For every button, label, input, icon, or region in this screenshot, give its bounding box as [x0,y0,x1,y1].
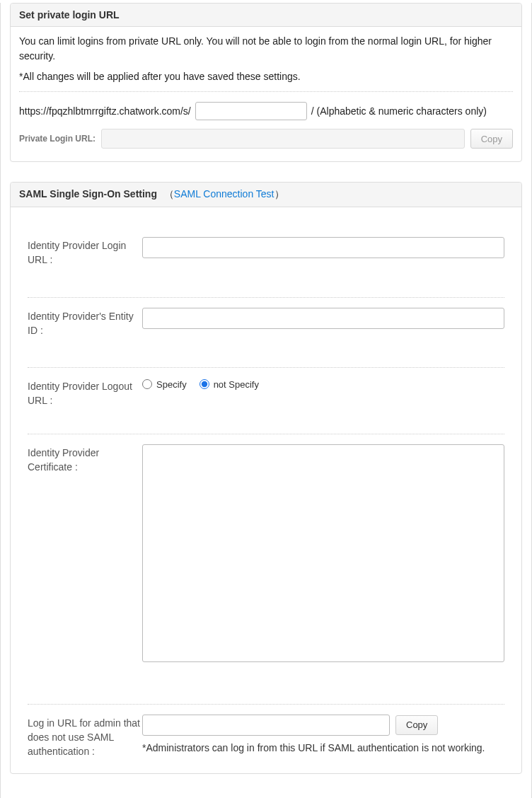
admin-login-url-input[interactable] [142,715,390,736]
url-prefix-text: https://fpqzhlbtmrrgiftz.chatwork.com/s/ [19,104,191,119]
copy-admin-url-button[interactable]: Copy [395,715,438,735]
admin-login-url-label: Log in URL for admin that does not use S… [28,715,142,759]
saml-connection-test-link[interactable]: SAML Connection Test [174,188,274,200]
not-specify-radio-label[interactable]: not Specify [200,379,259,390]
copy-private-url-button[interactable]: Copy [470,129,513,149]
saml-panel: SAML Single Sign-On Setting （SAML Connec… [10,182,522,774]
specify-radio-label[interactable]: Specify [142,379,187,390]
url-suffix-text: / (Alphabetic & numeric characters only) [311,104,487,119]
idp-entity-id-label: Identity Provider's Entity ID : [28,308,142,338]
private-login-title: Set private login URL [19,9,120,21]
idp-certificate-label: Identity Provider Certificate : [28,444,142,475]
url-slug-input[interactable] [195,102,307,120]
private-url-label: Private Login URL: [19,132,96,145]
not-specify-text: not Specify [214,379,259,390]
idp-login-url-input[interactable] [142,237,504,258]
private-url-output[interactable] [101,129,465,149]
saml-header: SAML Single Sign-On Setting （SAML Connec… [11,183,521,207]
idp-login-url-label: Identity Provider Login URL : [28,237,142,267]
private-login-desc: You can limit logins from private URL on… [19,34,513,64]
private-login-panel: Set private login URL You can limit logi… [10,3,522,162]
specify-text: Specify [156,379,187,390]
not-specify-radio[interactable] [200,379,209,389]
specify-radio[interactable] [142,379,152,389]
private-login-note: *All changes will be applied after you h… [19,69,513,84]
admin-login-note: *Administrators can log in from this URL… [142,741,504,756]
idp-certificate-textarea[interactable] [142,444,504,662]
separator [19,91,513,92]
idp-entity-id-input[interactable] [142,308,504,329]
saml-link-wrapper: （SAML Connection Test） [164,188,284,200]
private-login-header: Set private login URL [11,4,521,27]
saml-title: SAML Single Sign-On Setting [19,188,157,200]
idp-logout-url-label: Identity Provider Logout URL : [28,378,142,408]
